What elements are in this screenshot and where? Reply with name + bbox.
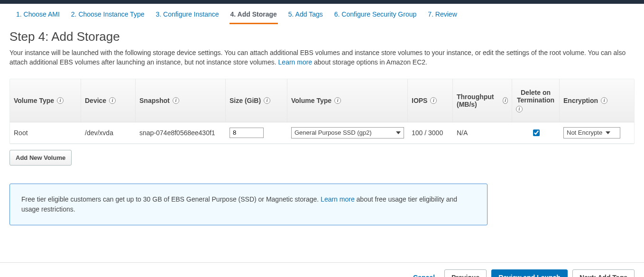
info-icon[interactable]: i [503,97,508,104]
review-and-launch-button[interactable]: Review and Launch [491,269,568,277]
add-new-volume-button[interactable]: Add New Volume [9,150,72,166]
top-bar [0,0,644,4]
volume-type-select[interactable]: General Purpose SSD (gp2) [291,127,404,138]
header-iops: IOPS i [408,79,453,122]
header-throughput: Throughput (MB/s) i [453,79,512,122]
next-button[interactable]: Next: Add Tags [572,269,635,277]
description-post: about storage options in Amazon EC2. [314,58,427,66]
cell-iops: 100 / 3000 [408,129,453,137]
header-volume-type-2-label: Volume Type [291,97,331,104]
wizard-step-configure-instance[interactable]: 3. Configure Instance [155,8,220,24]
info-icon[interactable]: i [264,97,270,104]
cell-volume-type-2: General Purpose SSD (gp2) [287,127,408,138]
info-icon[interactable]: i [334,97,341,104]
page-description: Your instance will be launched with the … [9,48,626,67]
volume-type-select-value: General Purpose SSD (gp2) [294,129,372,136]
learn-more-link[interactable]: Learn more [278,58,313,66]
header-snapshot-label: Snapshot [139,97,170,104]
wizard-step-add-tags[interactable]: 5. Add Tags [287,8,324,24]
notice-learn-more-link[interactable]: Learn more [321,195,355,203]
info-icon[interactable]: i [516,106,523,112]
encryption-select[interactable]: Not Encrypte [563,127,620,138]
volumes-table: Volume Type i Device i Snapshot i Size (… [9,79,635,144]
cell-snapshot: snap-074e8f0568ee430f1 [136,129,226,137]
page-title: Step 4: Add Storage [9,29,635,44]
info-icon[interactable]: i [57,97,64,104]
cancel-button[interactable]: Cancel [408,270,440,277]
header-encryption: Encryption i [560,79,633,122]
encryption-select-value: Not Encrypte [567,129,602,136]
wizard-nav: 1. Choose AMI 2. Choose Instance Type 3.… [0,4,644,25]
chevron-down-icon [396,131,401,134]
header-size-label: Size (GiB) [230,97,261,104]
size-input[interactable] [230,128,264,138]
header-snapshot: Snapshot i [136,79,226,122]
info-icon[interactable]: i [601,97,607,104]
wizard-step-add-storage[interactable]: 4. Add Storage [230,8,278,24]
cell-volume-type-1: Root [10,129,81,137]
header-volume-type-1: Volume Type i [10,79,81,122]
delete-on-termination-checkbox[interactable] [533,129,540,136]
header-iops-label: IOPS [412,97,427,104]
header-volume-type-1-label: Volume Type [14,97,54,104]
header-encryption-label: Encryption [563,97,598,104]
info-icon[interactable]: i [109,97,116,104]
header-device-label: Device [85,97,106,104]
header-volume-type-2: Volume Type i [287,79,408,122]
footer: Cancel Previous Review and Launch Next: … [0,262,644,277]
header-delete-on-termination: Delete on Termination i [512,79,560,122]
info-icon[interactable]: i [173,97,179,104]
wizard-step-choose-ami[interactable]: 1. Choose AMI [15,8,61,24]
cell-delete-on-termination [512,128,560,138]
free-tier-notice: Free tier eligible customers can get up … [9,184,488,225]
notice-text-pre: Free tier eligible customers can get up … [21,195,319,203]
cell-device: /dev/xvda [81,129,136,137]
header-device: Device i [81,79,136,122]
table-header-row: Volume Type i Device i Snapshot i Size (… [10,79,634,122]
cell-size [226,128,287,138]
chevron-down-icon [606,131,610,134]
wizard-step-review[interactable]: 7. Review [427,8,458,24]
header-throughput-label: Throughput (MB/s) [457,93,500,108]
header-size: Size (GiB) i [226,79,287,122]
wizard-step-choose-instance-type[interactable]: 2. Choose Instance Type [70,8,146,24]
cell-throughput: N/A [453,129,512,137]
previous-button[interactable]: Previous [444,269,487,277]
header-dot-label: Delete on Termination [516,89,555,104]
info-icon[interactable]: i [430,97,437,104]
table-row: Root /dev/xvda snap-074e8f0568ee430f1 Ge… [10,122,634,144]
wizard-step-configure-security-group[interactable]: 6. Configure Security Group [333,8,418,24]
cell-encryption: Not Encrypte [560,127,633,138]
